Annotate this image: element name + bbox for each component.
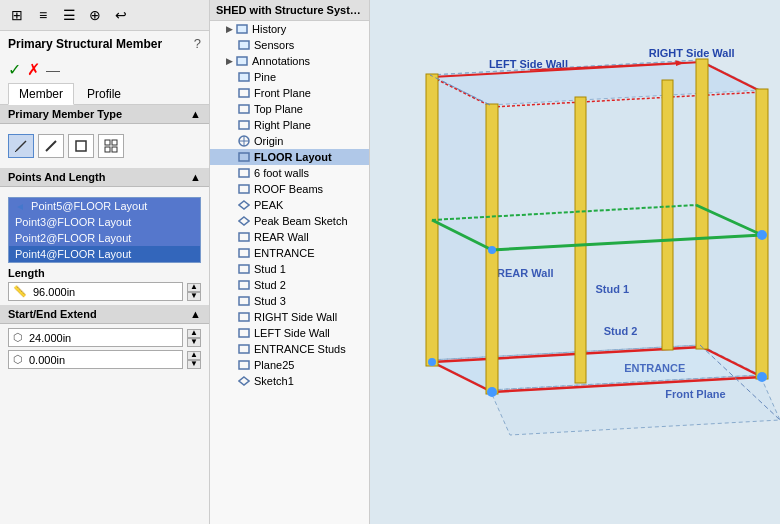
length-icon: 📏	[9, 283, 31, 300]
tree-item-14[interactable]: ENTRANCE	[210, 245, 369, 261]
tree-item-label: REAR Wall	[254, 231, 309, 243]
start-spin-down[interactable]: ▼	[187, 338, 201, 347]
member-type-section-header[interactable]: Primary Member Type ▲	[0, 105, 209, 124]
tree-item-icon	[237, 150, 251, 164]
length-input-wrap: 📏	[8, 282, 183, 301]
tree-item-icon	[237, 102, 251, 116]
tree-item-21[interactable]: Plane25	[210, 357, 369, 373]
tree-item-4[interactable]: Front Plane	[210, 85, 369, 101]
tree-item-9[interactable]: 6 foot walls	[210, 165, 369, 181]
tree-item-icon	[237, 230, 251, 244]
tab-profile[interactable]: Profile	[76, 83, 132, 104]
member-type-icons	[8, 130, 201, 162]
help-icon[interactable]: ?	[194, 36, 201, 51]
svg-line-0	[16, 141, 26, 151]
svg-rect-29	[239, 313, 249, 321]
tree-item-0[interactable]: ▶History	[210, 21, 369, 37]
svg-rect-6	[105, 147, 110, 152]
tree-item-icon	[237, 118, 251, 132]
point-item-1[interactable]: Point3@FLOOR Layout	[9, 214, 200, 230]
tree-item-10[interactable]: ROOF Beams	[210, 181, 369, 197]
tree-item-1[interactable]: Sensors	[210, 37, 369, 53]
tree-item-17[interactable]: Stud 3	[210, 293, 369, 309]
tree-item-3[interactable]: Pine	[210, 69, 369, 85]
tree-item-15[interactable]: Stud 1	[210, 261, 369, 277]
tree-item-icon	[237, 134, 251, 148]
tree-arrow-icon: ▶	[226, 24, 233, 34]
tree-item-22[interactable]: Sketch1	[210, 373, 369, 389]
tree-item-2[interactable]: ▶Annotations	[210, 53, 369, 69]
tree-item-icon	[237, 198, 251, 212]
start-end-section-header[interactable]: Start/End Extend ▲	[0, 305, 209, 324]
svg-rect-32	[239, 361, 249, 369]
dash-button[interactable]: —	[46, 62, 60, 78]
svg-line-2	[46, 141, 56, 151]
tree-item-16[interactable]: Stud 2	[210, 277, 369, 293]
tab-member[interactable]: Member	[8, 83, 74, 105]
toolbar-icon-list[interactable]: ≡	[32, 4, 54, 26]
tree-item-11[interactable]: PEAK	[210, 197, 369, 213]
svg-point-61	[487, 387, 497, 397]
point-item-0[interactable]: Point5@FLOOR Layout	[9, 198, 200, 214]
tree-item-7[interactable]: Origin	[210, 133, 369, 149]
tree-item-icon	[237, 278, 251, 292]
toolbar-icon-menu[interactable]: ☰	[58, 4, 80, 26]
tree-item-19[interactable]: LEFT Side Wall	[210, 325, 369, 341]
length-spin-down[interactable]: ▼	[187, 292, 201, 301]
svg-line-1	[15, 150, 17, 152]
points-collapse-icon: ▲	[190, 171, 201, 183]
point-item-3[interactable]: Point4@FLOOR Layout	[9, 246, 200, 262]
tree-item-icon	[237, 294, 251, 308]
length-input[interactable]	[31, 284, 182, 300]
tree-item-label: Plane25	[254, 359, 294, 371]
svg-rect-56	[662, 80, 673, 350]
svg-point-64	[757, 230, 767, 240]
member-icon-pencil[interactable]	[8, 134, 34, 158]
tree-item-icon	[237, 374, 251, 388]
tree-item-6[interactable]: Right Plane	[210, 117, 369, 133]
start-input[interactable]	[27, 330, 182, 346]
svg-rect-9	[237, 25, 247, 33]
tree-item-label: Peak Beam Sketch	[254, 215, 348, 227]
tree-item-8[interactable]: FLOOR Layout	[210, 149, 369, 165]
end-input[interactable]	[27, 352, 182, 368]
start-end-collapse-icon: ▲	[190, 308, 201, 320]
confirm-button[interactable]: ✓	[8, 60, 21, 79]
svg-rect-5	[112, 140, 117, 145]
toolbar-icon-grid[interactable]: ⊞	[6, 4, 28, 26]
member-icon-grid[interactable]	[98, 134, 124, 158]
svg-marker-37	[430, 60, 700, 360]
tree-item-icon	[237, 310, 251, 324]
tree-item-13[interactable]: REAR Wall	[210, 229, 369, 245]
tree-item-label: PEAK	[254, 199, 283, 211]
tree-panel: SHED with Structure Syste... ▶HistorySen…	[210, 0, 370, 524]
points-section-label: Points And Length	[8, 171, 105, 183]
toolbar-icon-undo[interactable]: ↩	[110, 4, 132, 26]
tree-item-12[interactable]: Peak Beam Sketch	[210, 213, 369, 229]
svg-rect-24	[239, 233, 249, 241]
tree-item-icon	[237, 326, 251, 340]
start-field-row: ⬡ ▲ ▼	[8, 328, 201, 347]
tree-item-icon	[237, 182, 251, 196]
tree-item-18[interactable]: RIGHT Side Wall	[210, 309, 369, 325]
tree-item-20[interactable]: ENTRANCE Studs	[210, 341, 369, 357]
member-icon-box[interactable]	[68, 134, 94, 158]
cancel-button[interactable]: ✗	[27, 60, 40, 79]
tree-item-label: Origin	[254, 135, 283, 147]
length-spinners: ▲ ▼	[187, 283, 201, 301]
end-icon: ⬡	[9, 351, 27, 368]
end-spin-down[interactable]: ▼	[187, 360, 201, 369]
end-spinners: ▲ ▼	[187, 351, 201, 369]
tree-item-5[interactable]: Top Plane	[210, 101, 369, 117]
svg-point-62	[757, 372, 767, 382]
member-icon-line[interactable]	[38, 134, 64, 158]
tree-item-label: 6 foot walls	[254, 167, 309, 179]
tree-header: SHED with Structure Syste...	[210, 0, 369, 21]
tree-item-icon	[237, 262, 251, 276]
points-section-header[interactable]: Points And Length ▲	[0, 168, 209, 187]
toolbar-icon-add[interactable]: ⊕	[84, 4, 106, 26]
start-end-label: Start/End Extend	[8, 308, 97, 320]
svg-marker-33	[239, 377, 249, 385]
point-item-2[interactable]: Point2@FLOOR Layout	[9, 230, 200, 246]
viewport[interactable]: LEFT Side Wall RIGHT Side Wall REAR Wall…	[370, 0, 780, 524]
